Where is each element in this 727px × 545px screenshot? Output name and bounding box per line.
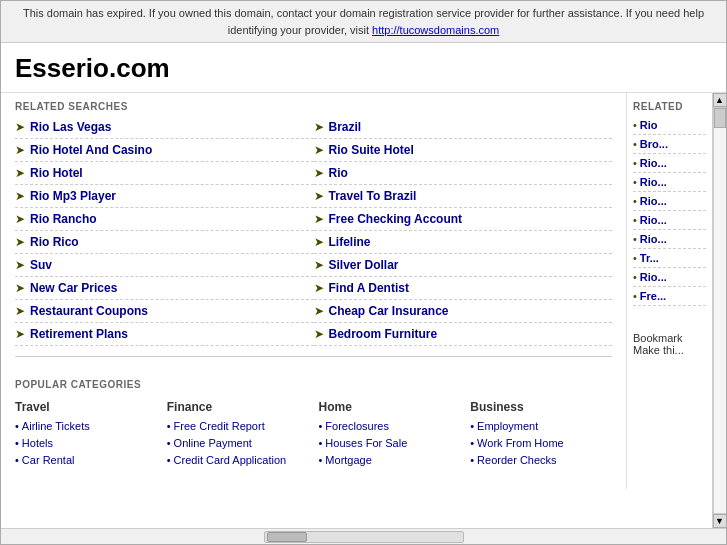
vertical-scrollbar[interactable]: ▲ ▼ [712,93,726,528]
category-home-title: Home [319,400,461,414]
arrow-icon: ➤ [314,281,324,295]
sidebar-link[interactable]: Rio... [640,233,667,245]
list-item: ➤ Retirement Plans [15,323,314,346]
arrow-icon: ➤ [314,212,324,226]
arrow-icon: • [633,252,637,264]
arrow-icon: ➤ [15,166,25,180]
sidebar-list-item: • Rio... [633,268,706,287]
sidebar-list-item: • Rio... [633,230,706,249]
sidebar-link[interactable]: Bro... [640,138,668,150]
arrow-icon: • [633,233,637,245]
search-links-left-col: ➤ Rio Las Vegas ➤ Rio Hotel And Casino ➤… [15,116,314,346]
sidebar-link[interactable]: Rio... [640,157,667,169]
arrow-icon: ➤ [15,120,25,134]
scroll-up-button[interactable]: ▲ [713,93,727,107]
sidebar-link[interactable]: Fre... [640,290,666,302]
arrow-icon: ➤ [15,189,25,203]
category-link[interactable]: Credit Card Application [174,454,287,466]
category-link[interactable]: Employment [477,420,538,432]
arrow-icon: ➤ [314,189,324,203]
list-item: ➤ Rio Rancho [15,208,314,231]
arrow-icon: ➤ [15,212,25,226]
list-item: ➤ Cheap Car Insurance [314,300,613,323]
list-item: ➤ Bedroom Furniture [314,323,613,346]
popular-categories-header: POPULAR CATEGORIES [15,371,612,394]
search-link-cheap-car-insurance[interactable]: Cheap Car Insurance [329,304,449,318]
scrollbar-thumb[interactable] [267,532,307,542]
category-link[interactable]: Reorder Checks [477,454,556,466]
category-link[interactable]: Mortgage [325,454,371,466]
category-link[interactable]: Hotels [22,437,53,449]
search-link[interactable]: Rio Rancho [30,212,97,226]
category-link[interactable]: Car Rental [22,454,75,466]
sidebar-link[interactable]: Rio... [640,176,667,188]
sidebar-list-item: • Rio... [633,192,706,211]
search-links-grid: ➤ Rio Las Vegas ➤ Rio Hotel And Casino ➤… [1,116,626,346]
notice-bar: This domain has expired. If you owned th… [1,1,726,43]
arrow-icon: ➤ [314,166,324,180]
category-link[interactable]: Foreclosures [325,420,389,432]
search-links-right-col: ➤ Brazil ➤ Rio Suite Hotel ➤ Rio ➤ [314,116,613,346]
scroll-thumb[interactable] [714,108,726,128]
search-link[interactable]: Silver Dollar [329,258,399,272]
category-link[interactable]: Airline Tickets [22,420,90,432]
search-link-new-car-prices[interactable]: New Car Prices [30,281,117,295]
search-link[interactable]: Free Checking Account [329,212,463,226]
search-link[interactable]: Rio Hotel [30,166,83,180]
arrow-icon: ➤ [15,143,25,157]
search-link[interactable]: Retirement Plans [30,327,128,341]
arrow-icon: • [633,290,637,302]
category-link[interactable]: Work From Home [477,437,564,449]
notice-link[interactable]: http://tucowsdomains.com [372,24,499,36]
list-item: ➤ Rio [314,162,613,185]
sidebar-list-item: • Fre... [633,287,706,306]
search-link[interactable]: Rio Rico [30,235,79,249]
list-item: ➤ Restaurant Coupons [15,300,314,323]
horizontal-scrollbar[interactable] [1,528,726,544]
arrow-icon: • [633,138,637,150]
section-divider [15,356,612,357]
search-link[interactable]: Suv [30,258,52,272]
list-item: ➤ Brazil [314,116,613,139]
arrow-icon: ➤ [314,304,324,318]
site-title: Esserio.com [1,43,726,93]
search-link-bedroom-furniture[interactable]: Bedroom Furniture [329,327,438,341]
list-item: ➤ Rio Rico [15,231,314,254]
search-link[interactable]: Travel To Brazil [329,189,417,203]
category-link[interactable]: Free Credit Report [174,420,265,432]
sidebar-link[interactable]: Rio... [640,195,667,207]
scroll-track[interactable] [713,107,727,514]
related-searches-header: RELATED SEARCHES [1,93,626,116]
arrow-icon: ➤ [314,327,324,341]
search-link[interactable]: Brazil [329,120,362,134]
scroll-down-button[interactable]: ▼ [713,514,727,528]
scrollbar-track[interactable] [264,531,464,543]
bookmark-area: Bookmark Make thi... [633,326,706,362]
category-business: Business Employment Work From Home Reord… [470,400,612,469]
arrow-icon: ➤ [314,143,324,157]
sidebar-link[interactable]: Rio [640,119,658,131]
search-link[interactable]: Rio Suite Hotel [329,143,414,157]
category-link[interactable]: Online Payment [174,437,252,449]
list-item: ➤ Lifeline [314,231,613,254]
list-item: ➤ Find A Dentist [314,277,613,300]
sidebar-link[interactable]: Tr... [640,252,659,264]
search-link[interactable]: Find A Dentist [329,281,409,295]
sidebar-link[interactable]: Rio... [640,271,667,283]
search-link[interactable]: Rio Las Vegas [30,120,111,134]
list-item: ➤ Rio Hotel [15,162,314,185]
arrow-icon: ➤ [314,235,324,249]
arrow-icon: ➤ [15,281,25,295]
search-link[interactable]: Rio Mp3 Player [30,189,116,203]
search-link[interactable]: Lifeline [329,235,371,249]
search-link[interactable]: Rio Hotel And Casino [30,143,152,157]
search-link[interactable]: Rio [329,166,348,180]
category-travel-title: Travel [15,400,157,414]
list-item: ➤ Silver Dollar [314,254,613,277]
search-link[interactable]: Restaurant Coupons [30,304,148,318]
category-link[interactable]: Houses For Sale [325,437,407,449]
category-finance: Finance Free Credit Report Online Paymen… [167,400,309,469]
category-business-title: Business [470,400,612,414]
list-item: ➤ Rio Mp3 Player [15,185,314,208]
sidebar-link[interactable]: Rio... [640,214,667,226]
